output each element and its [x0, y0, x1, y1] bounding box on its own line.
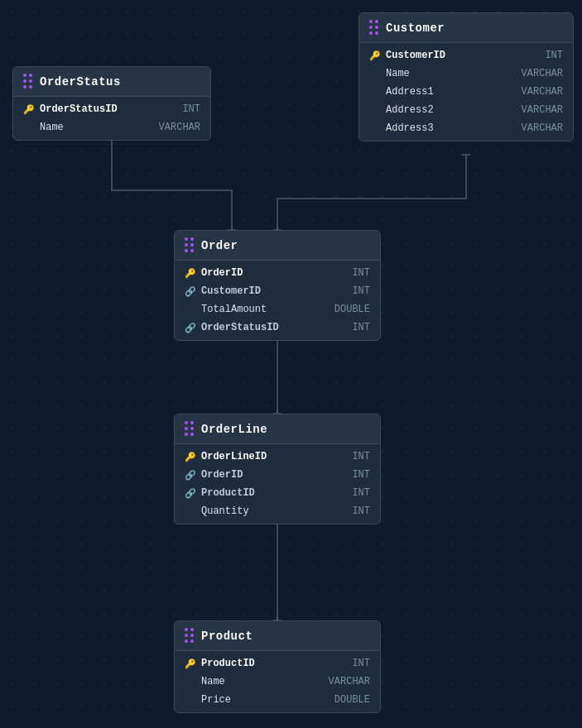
customer-table-body: 🔑 CustomerID INT Name VARCHAR Address1 V… [359, 43, 573, 141]
field-type: INT [352, 322, 370, 333]
key-icon: 🔑 [185, 267, 196, 279]
table-row: TotalAmount DOUBLE [175, 300, 380, 318]
field-type: INT [352, 487, 370, 499]
spacer-icon [369, 104, 381, 116]
table-row: 🔑 OrderLineID INT [175, 448, 380, 466]
customer-table[interactable]: Customer 🔑 CustomerID INT Name VARCHAR A… [358, 12, 574, 141]
field-name: Name [386, 68, 517, 79]
field-type: VARCHAR [522, 122, 563, 134]
orderstatus-table-body: 🔑 OrderStatusID INT Name VARCHAR [13, 97, 210, 140]
table-row: Name VARCHAR [175, 673, 380, 691]
product-table-body: 🔑 ProductID INT Name VARCHAR Price DOUBL… [175, 651, 380, 712]
field-type: INT [182, 103, 200, 115]
field-type: INT [352, 285, 370, 297]
field-name: TotalAmount [201, 304, 329, 315]
table-row: 🔑 CustomerID INT [359, 46, 573, 65]
spacer-icon [185, 676, 196, 687]
table-drag-icon [369, 20, 379, 36]
field-name: Address3 [386, 122, 517, 134]
orderline-table[interactable]: OrderLine 🔑 OrderLineID INT 🔗 OrderID IN… [174, 414, 381, 524]
product-table-name: Product [201, 630, 253, 643]
key-icon: 🔑 [369, 50, 381, 61]
table-drag-icon [185, 421, 195, 437]
field-type: VARCHAR [329, 676, 370, 687]
field-name: Name [40, 122, 154, 133]
table-row: Price DOUBLE [175, 691, 380, 709]
field-name: Quantity [201, 505, 347, 517]
table-row: 🔗 OrderStatusID INT [175, 318, 380, 337]
product-table-header: Product [175, 621, 380, 651]
field-name: OrderStatusID [40, 103, 177, 115]
table-row: Quantity INT [175, 502, 380, 520]
field-name: ProductID [201, 487, 347, 499]
order-table-header: Order [175, 231, 380, 261]
table-row: 🔑 ProductID INT [175, 654, 380, 673]
table-drag-icon [185, 237, 195, 253]
order-table-name: Order [201, 239, 238, 252]
table-row: 🔗 ProductID INT [175, 484, 380, 502]
orderline-table-body: 🔑 OrderLineID INT 🔗 OrderID INT 🔗 Produc… [175, 444, 380, 524]
spacer-icon [185, 505, 196, 517]
field-type: INT [352, 451, 370, 462]
key-icon: 🔑 [185, 658, 196, 669]
table-drag-icon [185, 628, 195, 644]
diagram-canvas: Customer 🔑 CustomerID INT Name VARCHAR A… [0, 0, 582, 728]
spacer-icon [369, 68, 381, 79]
link-icon: 🔗 [185, 322, 196, 333]
product-table[interactable]: Product 🔑 ProductID INT Name VARCHAR Pri… [174, 620, 381, 713]
orderstatus-table[interactable]: OrderStatus 🔑 OrderStatusID INT Name VAR… [12, 66, 211, 141]
field-name: CustomerID [201, 285, 347, 297]
field-type: VARCHAR [522, 86, 563, 98]
field-type: DOUBLE [334, 694, 370, 706]
spacer-icon [23, 122, 35, 133]
customer-table-header: Customer [359, 13, 573, 43]
order-table-body: 🔑 OrderID INT 🔗 CustomerID INT TotalAmou… [175, 261, 380, 340]
link-icon: 🔗 [185, 469, 196, 481]
table-row: Name VARCHAR [13, 118, 210, 136]
spacer-icon [185, 304, 196, 315]
field-name: Name [201, 676, 324, 687]
table-row: 🔗 CustomerID INT [175, 282, 380, 300]
table-row: 🔑 OrderID INT [175, 264, 380, 282]
field-name: OrderLineID [201, 451, 347, 462]
field-type: INT [352, 658, 370, 669]
field-name: OrderStatusID [201, 322, 347, 333]
spacer-icon [185, 694, 196, 706]
field-name: Address1 [386, 86, 517, 98]
customer-table-name: Customer [386, 22, 445, 35]
field-name: Address2 [386, 104, 517, 116]
field-type: INT [352, 267, 370, 279]
field-type: INT [352, 505, 370, 517]
order-table[interactable]: Order 🔑 OrderID INT 🔗 CustomerID INT Tot… [174, 230, 381, 341]
orderline-table-name: OrderLine [201, 423, 267, 436]
table-row: Address1 VARCHAR [359, 83, 573, 101]
field-type: VARCHAR [159, 122, 200, 133]
orderstatus-table-header: OrderStatus [13, 67, 210, 97]
orderline-table-header: OrderLine [175, 414, 380, 444]
field-type: INT [352, 469, 370, 481]
field-type: DOUBLE [334, 304, 370, 315]
link-icon: 🔗 [185, 285, 196, 297]
table-row: Address3 VARCHAR [359, 119, 573, 137]
field-name: ProductID [201, 658, 347, 669]
field-type: VARCHAR [522, 68, 563, 79]
table-row: Name VARCHAR [359, 65, 573, 83]
field-type: INT [545, 50, 563, 61]
field-type: VARCHAR [522, 104, 563, 116]
field-name: Price [201, 694, 329, 706]
orderstatus-table-name: OrderStatus [40, 75, 121, 89]
field-name: OrderID [201, 469, 347, 481]
table-drag-icon [23, 74, 33, 89]
table-row: 🔗 OrderID INT [175, 466, 380, 484]
key-icon: 🔑 [185, 451, 196, 462]
table-row: 🔑 OrderStatusID INT [13, 100, 210, 118]
spacer-icon [369, 122, 381, 134]
field-name: CustomerID [386, 50, 540, 61]
key-icon: 🔑 [23, 103, 35, 115]
table-row: Address2 VARCHAR [359, 101, 573, 119]
field-name: OrderID [201, 267, 347, 279]
spacer-icon [369, 86, 381, 98]
link-icon: 🔗 [185, 487, 196, 499]
